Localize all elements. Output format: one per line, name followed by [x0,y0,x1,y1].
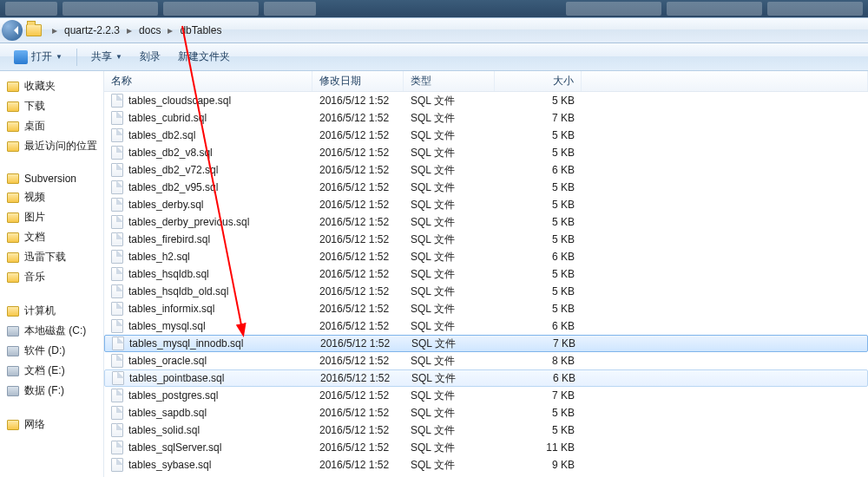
file-icon [111,180,123,194]
cell-date: 2016/5/12 1:52 [312,441,404,454]
table-row[interactable]: tables_db2_v95.sql2016/5/12 1:52SQL 文件5 … [104,179,868,196]
taskbar-tab[interactable] [264,2,316,16]
folder-icon [7,193,19,203]
taskbar-tab[interactable] [767,2,863,16]
file-icon [111,406,123,420]
back-button[interactable] [2,20,23,41]
column-type[interactable]: 类型 [404,71,495,91]
file-icon [112,371,124,385]
folder-icon [7,121,19,132]
cell-type: SQL 文件 [404,215,495,230]
sidebar-item[interactable]: 桌面 [0,116,103,136]
file-name: tables_cloudscape.sql [128,95,231,107]
cell-name: tables_mysql_innodb.sql [105,337,313,350]
table-row[interactable]: tables_cloudscape.sql2016/5/12 1:52SQL 文… [104,92,868,109]
sidebar-item[interactable]: 视频 [0,187,103,207]
toolbar-sep [76,49,77,66]
sidebar-item[interactable]: 音乐 [0,267,103,287]
column-date[interactable]: 修改日期 [312,71,404,91]
breadcrumb[interactable]: ▸ quartz-2.2.3 ▸ docs ▸ dbTables [47,24,223,36]
cell-date: 2016/5/12 1:52 [312,95,404,107]
sidebar-item[interactable]: 最近访问的位置 [0,136,103,156]
table-row[interactable]: tables_sapdb.sql2016/5/12 1:52SQL 文件5 KB [104,404,868,421]
file-name: tables_db2_v95.sql [128,181,218,193]
sidebar-item[interactable]: 收藏夹 [0,76,103,96]
cell-type: SQL 文件 [404,198,495,212]
table-row[interactable]: tables_mysql.sql2016/5/12 1:52SQL 文件6 KB [104,317,868,335]
table-row[interactable]: tables_derby_previous.sql2016/5/12 1:52S… [104,213,868,231]
cell-name: tables_oracle.sql [104,354,312,368]
sidebar: 收藏夹下载桌面最近访问的位置Subversion视频图片文档迅雷下载音乐计算机本… [0,71,104,477]
sidebar-item[interactable]: 计算机 [0,301,103,321]
sidebar-item[interactable]: 图片 [0,207,103,227]
sidebar-item[interactable]: Subversion [0,170,103,187]
cell-size: 7 KB [495,112,582,124]
toolbar: 打开 ▼ 共享 ▼ 刻录 新建文件夹 [0,43,868,71]
table-row[interactable]: tables_db2.sql2016/5/12 1:52SQL 文件5 KB [104,127,868,144]
table-row[interactable]: tables_db2_v72.sql2016/5/12 1:52SQL 文件6 … [104,161,868,179]
taskbar-tab[interactable] [667,2,762,16]
open-label: 打开 [31,49,52,64]
breadcrumb-part[interactable]: docs [137,24,162,36]
file-icon [111,423,123,437]
file-icon [111,128,123,142]
newfolder-button[interactable]: 新建文件夹 [171,47,237,67]
cell-type: SQL 文件 [404,406,495,421]
table-row[interactable]: tables_db2_v8.sql2016/5/12 1:52SQL 文件5 K… [104,144,868,161]
share-button[interactable]: 共享 ▼ [84,47,129,67]
cell-type: SQL 文件 [404,232,495,247]
sidebar-item[interactable]: 迅雷下载 [0,247,103,267]
column-header: 名称 修改日期 类型 大小 [104,71,868,92]
table-row[interactable]: tables_hsqldb_old.sql2016/5/12 1:52SQL 文… [104,283,868,300]
table-row[interactable]: tables_postgres.sql2016/5/12 1:52SQL 文件7… [104,387,868,404]
file-name: tables_solid.sql [128,424,200,436]
sidebar-item[interactable]: 文档 (E:) [0,361,103,381]
cell-type: SQL 文件 [404,371,496,386]
open-button[interactable]: 打开 ▼ [7,47,69,67]
sidebar-item[interactable]: 网络 [0,415,103,435]
column-name[interactable]: 名称 [104,71,312,91]
table-row[interactable]: tables_cubrid.sql2016/5/12 1:52SQL 文件7 K… [104,109,868,127]
burn-button[interactable]: 刻录 [133,47,168,67]
cell-size: 5 KB [495,233,582,245]
table-row[interactable]: tables_informix.sql2016/5/12 1:52SQL 文件5… [104,300,868,317]
table-row[interactable]: tables_sybase.sql2016/5/12 1:52SQL 文件9 K… [104,456,868,474]
breadcrumb-part[interactable]: quartz-2.2.3 [62,24,122,36]
cell-size: 5 KB [495,424,582,436]
table-row[interactable]: tables_sqlServer.sql2016/5/12 1:52SQL 文件… [104,439,868,456]
share-label: 共享 [91,49,112,64]
cell-name: tables_h2.sql [104,250,312,264]
table-row[interactable]: tables_firebird.sql2016/5/12 1:52SQL 文件5… [104,231,868,248]
breadcrumb-sep: ▸ [162,24,178,36]
taskbar-tab[interactable] [566,2,661,16]
sidebar-item[interactable]: 数据 (F:) [0,381,103,401]
breadcrumb-part[interactable]: dbTables [178,24,223,36]
file-name: tables_hsqldb_old.sql [128,285,228,297]
table-row[interactable]: tables_pointbase.sql2016/5/12 1:52SQL 文件… [104,369,868,387]
cell-date: 2016/5/12 1:52 [312,199,404,211]
file-icon [111,163,123,177]
taskbar-tab[interactable] [5,2,57,16]
os-taskbar [0,0,868,17]
file-icon [111,284,123,298]
sidebar-item-label: 视频 [24,190,45,205]
file-icon [111,354,123,368]
table-row[interactable]: tables_derby.sql2016/5/12 1:52SQL 文件5 KB [104,196,868,213]
table-row[interactable]: tables_solid.sql2016/5/12 1:52SQL 文件5 KB [104,421,868,439]
table-row[interactable]: tables_h2.sql2016/5/12 1:52SQL 文件6 KB [104,248,868,265]
table-row[interactable]: tables_hsqldb.sql2016/5/12 1:52SQL 文件5 K… [104,265,868,283]
cell-size: 5 KB [495,129,582,141]
column-size[interactable]: 大小 [495,71,582,91]
sidebar-item[interactable]: 本地磁盘 (C:) [0,321,103,341]
cell-date: 2016/5/12 1:52 [312,233,404,245]
sidebar-item[interactable]: 下载 [0,96,103,116]
table-row[interactable]: tables_mysql_innodb.sql2016/5/12 1:52SQL… [104,335,868,352]
cell-type: SQL 文件 [404,423,495,438]
sidebar-item[interactable]: 文档 [0,227,103,247]
taskbar-tab[interactable] [163,2,259,16]
file-icon [111,250,123,264]
sidebar-item[interactable]: 软件 (D:) [0,341,103,361]
taskbar-tab[interactable] [62,2,158,16]
cell-type: SQL 文件 [404,163,495,178]
table-row[interactable]: tables_oracle.sql2016/5/12 1:52SQL 文件8 K… [104,352,868,369]
